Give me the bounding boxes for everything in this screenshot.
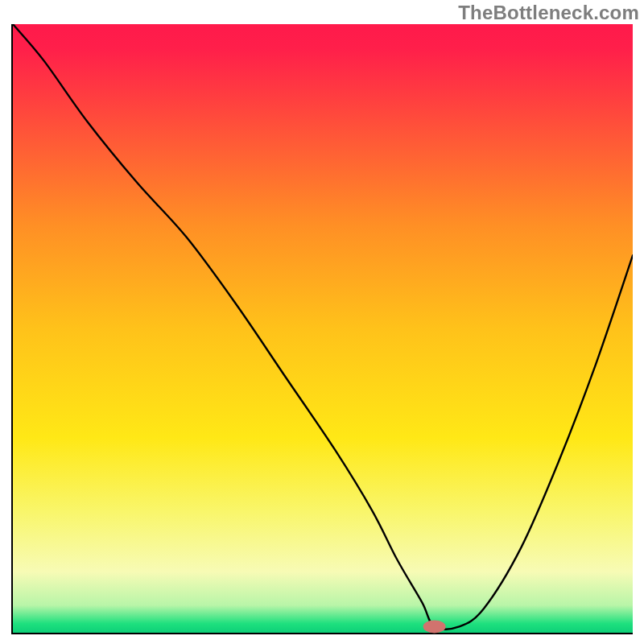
chart-stage: TheBottleneck.com	[0, 0, 644, 644]
gradient-background	[13, 24, 633, 633]
watermark-label: TheBottleneck.com	[458, 2, 639, 24]
bottleneck-chart	[0, 0, 644, 644]
optimal-marker	[423, 620, 446, 633]
